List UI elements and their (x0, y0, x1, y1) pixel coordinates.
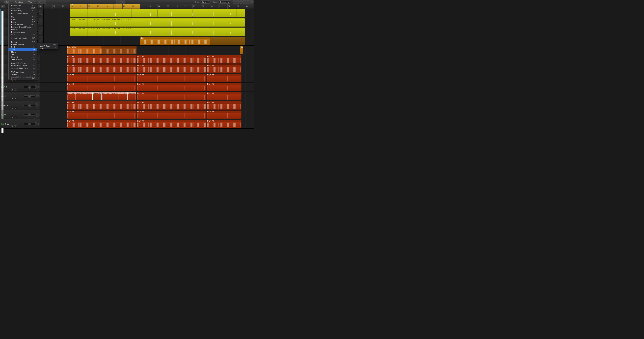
track-header[interactable]: SHAKMSL R (0, 110, 40, 119)
solo-button[interactable]: S (14, 126, 17, 128)
mute-button[interactable]: M (11, 98, 14, 100)
region[interactable]: Drum Kit (206, 101, 242, 110)
region-segment[interactable]: BG VX 4.75 (114, 18, 122, 26)
mute-button[interactable]: M (11, 116, 14, 118)
volume-slider[interactable] (24, 86, 35, 88)
region[interactable]: Drum Kit (75, 92, 84, 100)
volume-slider[interactable] (24, 104, 35, 106)
mute-button[interactable]: M (11, 107, 14, 109)
volume-slider[interactable] (24, 96, 35, 97)
menu-item[interactable]: Delete Undo History (8, 12, 37, 14)
edit-menu[interactable]: Undo Divide⌘ZCan't Redo⇧⌘ZUndo History…⌥… (8, 4, 37, 80)
menu-item[interactable]: Delete (8, 28, 37, 31)
menu-item[interactable]: Copy⌘C (8, 18, 37, 20)
ruler-bar-16[interactable]: 16 (88, 4, 96, 8)
ruler-bar-18[interactable]: 18 (105, 4, 114, 8)
mute-button[interactable]: M (11, 88, 14, 90)
region[interactable]: Drum Kit (66, 74, 136, 82)
track-lane[interactable]: Bass (44, 36, 254, 46)
volume-slider[interactable] (24, 114, 35, 116)
region[interactable]: BG VX 4BG VX 4.35BG VX 4.45BG VX 4.55BG … (70, 18, 245, 27)
ruler-bar-34[interactable]: 34 (245, 4, 254, 8)
region[interactable]: Drum Kit (206, 83, 242, 91)
region[interactable]: Drum Kit (206, 74, 242, 82)
menu-item[interactable]: Trim▶ (8, 53, 37, 56)
menu-item[interactable]: Tempo▶ (8, 73, 37, 76)
region-segment[interactable]: BG VX 5.37 (79, 28, 88, 36)
region[interactable]: Drum Kit (66, 101, 136, 110)
menu-item[interactable]: Undo Divide⌘Z (8, 4, 37, 7)
ruler-bar-15[interactable]: 15 (79, 4, 88, 8)
snap-select[interactable]: Smart (200, 0, 211, 4)
pan-knob[interactable] (35, 113, 39, 117)
region[interactable]: Drum Kit (136, 55, 206, 64)
region[interactable]: Drum Kit (136, 120, 206, 128)
menu-item[interactable]: Delete and Move (8, 31, 37, 33)
region[interactable]: Drum Kit (102, 92, 110, 100)
menu-item[interactable]: Paste at Original Position (8, 26, 37, 28)
pan-knob[interactable] (35, 94, 39, 98)
region[interactable]: Drum Kit (128, 92, 136, 100)
ruler-bar-23[interactable]: 23 (148, 4, 157, 8)
track-header-config[interactable] (38, 5, 42, 8)
pan-knob[interactable] (38, 30, 42, 34)
ruler-bar-17[interactable]: 17 (96, 4, 105, 8)
region[interactable]: Drum Kit (93, 92, 101, 100)
region[interactable]: Drum Kit (66, 110, 136, 119)
region[interactable] (210, 37, 245, 45)
menu-view[interactable]: View (27, 0, 36, 4)
track-lane[interactable]: BG VX 4BG VX 4.35BG VX 4.45BG VX 4.55BG … (44, 18, 254, 27)
menu-item[interactable]: Move▶ (8, 51, 37, 53)
region[interactable]: Drum Kit (136, 92, 206, 100)
region-segment[interactable]: BG VX 5 (70, 28, 79, 36)
region[interactable]: BG VX 5BG VX 5.37BG VX 5.47BG VX 5.57BG … (70, 28, 245, 36)
bar-ruler[interactable]: 1112131415161718192021222324252627282930… (44, 4, 254, 9)
menu-item[interactable]: Select▶ (8, 33, 37, 36)
region[interactable]: Drum Kit (66, 64, 136, 73)
menu-item[interactable]: Cut⌘X (8, 16, 37, 18)
region[interactable]: Drum Kit (66, 120, 136, 128)
flex-toggle[interactable] (40, 0, 43, 4)
region-segment[interactable]: BG VX 4.76 (122, 18, 131, 26)
ruler-bar-13[interactable]: 13 (61, 4, 70, 8)
menu-edit[interactable]: Edit (4, 0, 13, 4)
link-button[interactable] (233, 0, 236, 4)
ruler-bar-12[interactable]: 12 (52, 4, 61, 8)
ruler-bar-28[interactable]: 28 (192, 4, 201, 8)
region[interactable]: Drum Kit (110, 92, 119, 100)
ruler-bar-21[interactable]: 21 (131, 4, 140, 8)
marquee-tool[interactable] (119, 0, 122, 4)
region-segment[interactable]: BG VX 4 (70, 18, 79, 26)
ruler-bar-26[interactable]: 26 (175, 4, 184, 8)
track-header[interactable]: HH CLMSL R (0, 92, 40, 101)
track-number[interactable]: 22 (1, 12, 4, 133)
ruler-bar-25[interactable]: 25 (166, 4, 175, 8)
menu-item[interactable]: Repeat Multiple… (8, 43, 37, 46)
menu-item[interactable]: Convert▶ (8, 56, 37, 58)
menu-item[interactable]: Join▶ (8, 48, 37, 51)
track-header[interactable]: SNR 2MSL R (0, 82, 40, 92)
region[interactable] (70, 9, 245, 18)
region[interactable]: Drum Kit (136, 74, 206, 82)
menu-item[interactable]: Delete MIDI Events▶ (8, 64, 37, 67)
region[interactable]: Bass (140, 37, 210, 45)
mute-button[interactable]: M (11, 126, 14, 128)
region-segment[interactable]: BG VX 5.67 (105, 28, 114, 36)
ruler-bar-19[interactable]: 19 (114, 4, 122, 8)
playhead[interactable] (72, 4, 72, 134)
region-segment[interactable]: BG VX 4.35 (79, 18, 88, 26)
solo-button[interactable]: S (14, 107, 17, 109)
region[interactable]: Drum Kit (119, 92, 128, 100)
ruler-bar-22[interactable]: 22 (140, 4, 148, 8)
ruler-bar-30[interactable]: 30 (210, 4, 218, 8)
region[interactable]: Drum Kit (66, 83, 136, 91)
hzoom-out[interactable] (246, 0, 249, 4)
ruler-bar-27[interactable]: 27 (184, 4, 192, 8)
region-segment[interactable]: BG VX 5.47 (88, 28, 96, 36)
menu-item[interactable]: Cut/Insert Time▶ (8, 70, 37, 73)
menu-item[interactable]: Split▶ (8, 46, 37, 48)
region[interactable]: Drum Kit (136, 110, 206, 119)
solo-button[interactable]: S (14, 98, 17, 100)
solo-button[interactable]: S (14, 88, 17, 90)
hzoom-in[interactable] (250, 0, 252, 4)
